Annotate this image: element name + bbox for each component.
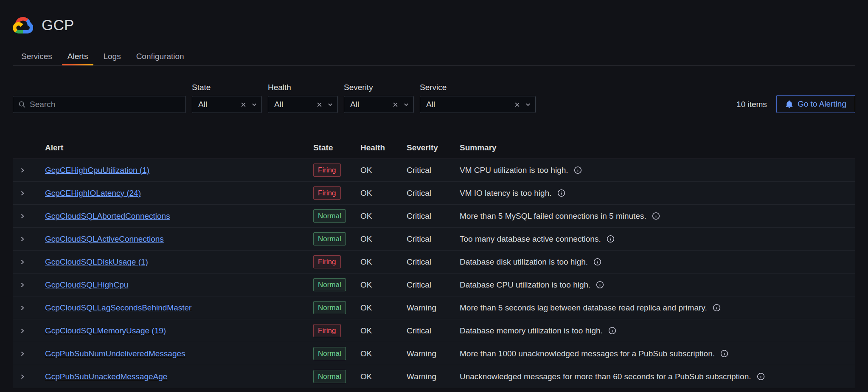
alert-link[interactable]: GcpCloudSQLHighCpu	[45, 280, 128, 289]
chevron-right-icon[interactable]	[19, 213, 26, 220]
alert-table-body: GcpCEHighCpuUtilization (1) Firing OK Cr…	[13, 159, 855, 388]
tab-services[interactable]: Services	[14, 48, 60, 65]
alert-link[interactable]: GcpCloudSQLMemoryUsage (19)	[45, 326, 166, 335]
info-icon[interactable]	[557, 189, 565, 197]
chevron-right-icon[interactable]	[19, 167, 26, 174]
severity-dropdown-value: All	[350, 100, 393, 109]
tab-logs[interactable]: Logs	[96, 48, 128, 65]
clear-icon[interactable]	[317, 102, 322, 107]
tab-configuration[interactable]: Configuration	[129, 48, 192, 65]
info-icon[interactable]	[574, 166, 582, 174]
app-header: GCP	[13, 0, 855, 37]
table-row: GcpPubSubUnackedMessageAge Normal OK War…	[13, 365, 855, 388]
alert-link[interactable]: GcpPubSubUnackedMessageAge	[45, 372, 167, 381]
service-dropdown-value: All	[426, 100, 514, 109]
table-row: GcpCloudSQLAbortedConnections Normal OK …	[13, 205, 855, 228]
info-icon[interactable]	[593, 258, 601, 266]
chevron-right-icon[interactable]	[19, 190, 26, 197]
filter-bar: State All Health All Severity	[13, 83, 855, 113]
state-dropdown[interactable]: All	[192, 96, 262, 113]
health-cell: OK	[360, 189, 407, 198]
severity-cell: Warning	[407, 303, 460, 313]
row-expander[interactable]	[13, 350, 45, 357]
info-icon[interactable]	[757, 372, 765, 381]
alert-link[interactable]: GcpCloudSQLActiveConnections	[45, 234, 164, 243]
summary-text: Database CPU utilization is too high.	[460, 280, 590, 290]
clear-icon[interactable]	[393, 102, 398, 107]
filter-state: State All	[192, 83, 262, 113]
column-header-state: State	[313, 143, 360, 152]
row-expander[interactable]	[13, 190, 45, 197]
info-icon[interactable]	[596, 281, 604, 289]
state-badge: Firing	[313, 324, 341, 337]
filter-health: Health All	[268, 83, 338, 113]
state-badge: Firing	[313, 255, 341, 268]
search-input[interactable]	[30, 100, 180, 109]
health-cell: OK	[360, 280, 407, 290]
info-icon[interactable]	[713, 304, 721, 312]
state-badge: Normal	[313, 209, 346, 223]
summary-text: Database disk utilization is too high.	[460, 257, 588, 267]
table-header: Alert State Health Severity Summary	[13, 137, 855, 159]
chevron-down-icon[interactable]	[403, 102, 409, 107]
summary-text: More than 1000 unacknowledged messages f…	[460, 349, 715, 358]
state-badge: Normal	[313, 370, 346, 383]
health-cell: OK	[360, 234, 407, 244]
chevron-right-icon[interactable]	[19, 259, 26, 265]
chevron-right-icon[interactable]	[19, 373, 26, 380]
row-expander[interactable]	[13, 236, 45, 243]
alert-link[interactable]: GcpCEHighCpuUtilization (1)	[45, 166, 149, 175]
chevron-down-icon[interactable]	[251, 102, 257, 107]
severity-cell: Critical	[407, 326, 460, 336]
chevron-right-icon[interactable]	[19, 327, 26, 334]
column-header-severity: Severity	[407, 143, 460, 152]
clear-icon[interactable]	[514, 102, 520, 107]
filter-label-service: Service	[420, 83, 536, 92]
tab-alerts[interactable]: Alerts	[60, 48, 96, 65]
row-expander[interactable]	[13, 282, 45, 288]
alert-link[interactable]: GcpCloudSQLAbortedConnections	[45, 212, 170, 220]
alert-link[interactable]: GcpCloudSQLDiskUsage (1)	[45, 257, 148, 266]
health-dropdown[interactable]: All	[268, 96, 338, 113]
chevron-right-icon[interactable]	[19, 305, 26, 311]
gcp-logo-icon	[13, 17, 33, 34]
state-badge: Normal	[313, 301, 346, 314]
severity-cell: Critical	[407, 234, 460, 244]
go-to-alerting-button[interactable]: Go to Alerting	[776, 95, 855, 113]
alert-link[interactable]: GcpPubSubNumUndeliveredMessages	[45, 349, 185, 358]
row-expander[interactable]	[13, 305, 45, 311]
table-row: GcpCloudSQLLagSecondsBehindMaster Normal…	[13, 296, 855, 319]
table-row: GcpCEHighCpuUtilization (1) Firing OK Cr…	[13, 159, 855, 182]
service-dropdown[interactable]: All	[420, 96, 536, 113]
row-expander[interactable]	[13, 259, 45, 265]
clear-icon[interactable]	[241, 102, 246, 107]
info-icon[interactable]	[607, 235, 615, 243]
row-expander[interactable]	[13, 213, 45, 220]
filter-service: Service All	[420, 83, 536, 113]
alert-link[interactable]: GcpCEHighIOLatency (24)	[45, 189, 141, 197]
table-row: GcpCloudSQLHighCpu Normal OK Critical Da…	[13, 274, 855, 296]
severity-cell: Warning	[407, 349, 460, 358]
table-row: GcpCloudSQLMemoryUsage (19) Firing OK Cr…	[13, 319, 855, 342]
severity-cell: Critical	[407, 280, 460, 290]
severity-cell: Critical	[407, 257, 460, 267]
chevron-down-icon[interactable]	[327, 102, 333, 107]
row-expander[interactable]	[13, 373, 45, 380]
state-badge: Firing	[313, 186, 341, 200]
chevron-right-icon[interactable]	[19, 236, 26, 243]
info-icon[interactable]	[608, 327, 616, 335]
state-badge: Normal	[313, 347, 346, 360]
chevron-down-icon[interactable]	[525, 102, 531, 107]
info-icon[interactable]	[720, 350, 728, 358]
severity-dropdown[interactable]: All	[344, 96, 414, 113]
health-cell: OK	[360, 166, 407, 175]
table-row: GcpCloudSQLDiskUsage (1) Firing OK Criti…	[13, 251, 855, 274]
info-icon[interactable]	[652, 212, 660, 220]
chevron-right-icon[interactable]	[19, 282, 26, 288]
chevron-right-icon[interactable]	[19, 350, 26, 357]
row-expander[interactable]	[13, 327, 45, 334]
alert-link[interactable]: GcpCloudSQLLagSecondsBehindMaster	[45, 303, 191, 312]
table-row: GcpCEHighIOLatency (24) Firing OK Critic…	[13, 182, 855, 205]
row-expander[interactable]	[13, 167, 45, 174]
health-cell: OK	[360, 212, 407, 221]
